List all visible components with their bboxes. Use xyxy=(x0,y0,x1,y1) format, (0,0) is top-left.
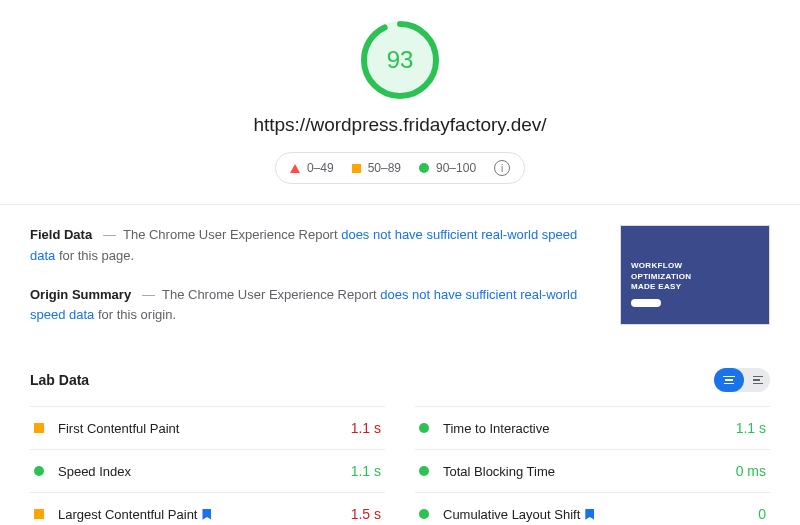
metric-name: Cumulative Layout Shift xyxy=(443,507,758,522)
bookmark-icon xyxy=(585,509,594,520)
metric-name: Largest Contentful Paint xyxy=(58,507,351,522)
metric-value: 1.1 s xyxy=(351,420,381,436)
square-icon xyxy=(34,509,44,519)
section-divider xyxy=(0,204,800,205)
score-value: 93 xyxy=(360,20,440,100)
circle-icon xyxy=(419,466,429,476)
metric-value: 0 xyxy=(758,506,766,522)
triangle-icon xyxy=(290,164,300,173)
square-icon xyxy=(34,423,44,433)
square-icon xyxy=(352,164,361,173)
lab-data-heading: Lab Data xyxy=(30,372,89,388)
metric-name: Time to Interactive xyxy=(443,421,736,436)
bookmark-icon xyxy=(202,509,211,520)
field-data-text: Field Data — The Chrome User Experience … xyxy=(30,225,590,267)
origin-summary-text: Origin Summary — The Chrome User Experie… xyxy=(30,285,590,327)
tested-url: https://wordpress.fridayfactory.dev/ xyxy=(253,114,546,136)
metric-row[interactable]: Total Blocking Time0 ms xyxy=(415,449,770,492)
metric-value: 1.1 s xyxy=(351,463,381,479)
circle-icon xyxy=(419,509,429,519)
metric-value: 1.5 s xyxy=(351,506,381,522)
page-screenshot-thumbnail[interactable]: WORKFLOW OPTIMIZATION MADE EASY xyxy=(620,225,770,325)
metric-row[interactable]: Cumulative Layout Shift0 xyxy=(415,492,770,525)
circle-icon xyxy=(419,423,429,433)
view-toggle[interactable] xyxy=(714,368,770,392)
circle-icon xyxy=(419,163,429,173)
circle-icon xyxy=(34,466,44,476)
metric-name: First Contentful Paint xyxy=(58,421,351,436)
performance-score-gauge: 93 xyxy=(360,20,440,100)
legend-poor: 0–49 xyxy=(290,161,334,175)
score-legend: 0–49 50–89 90–100 i xyxy=(275,152,525,184)
metric-row[interactable]: Largest Contentful Paint1.5 s xyxy=(30,492,385,525)
metric-value: 0 ms xyxy=(736,463,766,479)
legend-good: 90–100 xyxy=(419,161,476,175)
metric-value: 1.1 s xyxy=(736,420,766,436)
metric-row[interactable]: First Contentful Paint1.1 s xyxy=(30,406,385,449)
legend-average: 50–89 xyxy=(352,161,401,175)
metric-row[interactable]: Speed Index1.1 s xyxy=(30,449,385,492)
info-icon[interactable]: i xyxy=(494,160,510,176)
metric-row[interactable]: Time to Interactive1.1 s xyxy=(415,406,770,449)
metric-name: Speed Index xyxy=(58,464,351,479)
metric-name: Total Blocking Time xyxy=(443,464,736,479)
